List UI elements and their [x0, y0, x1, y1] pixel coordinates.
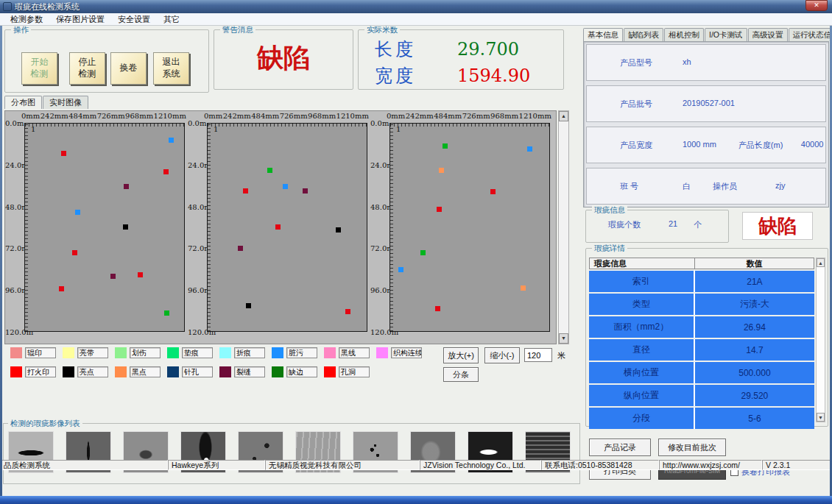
legend-item-0-1: 亮带: [63, 347, 115, 358]
x-tick-label: 726mm: [280, 112, 308, 121]
defect-detail-row-1[interactable]: 类型污渍-大: [589, 294, 814, 315]
defect-details-groupbox: 瑕疵详情 瑕疵信息 数值 索引21A类型污渍-大面积（mm2）26.94直径14…: [585, 248, 828, 427]
split-button[interactable]: 分条: [443, 367, 479, 382]
tab-view-1[interactable]: 实时图像: [43, 96, 88, 109]
defect-count-value: 21: [669, 219, 677, 230]
meter-label-0: 长度: [375, 38, 440, 61]
scale-value-input[interactable]: [524, 348, 552, 362]
scroll-down-icon[interactable]: ▼: [559, 333, 568, 344]
tab-right-4[interactable]: 高级设置: [748, 28, 788, 41]
defect-point: [303, 188, 308, 194]
main-content: 操作 开始 检测停止 检测换卷退出 系统 警告消息 缺陷 实际米数 长度29.7…: [0, 26, 832, 486]
legend-label: 孔洞: [339, 366, 370, 377]
info-pair: 产品宽度1000 mm: [620, 140, 716, 151]
x-axis-0: 0mm242mm484mm726mm968mm1210mm: [21, 112, 186, 121]
tab-view-0[interactable]: 分布图: [4, 96, 42, 109]
info-label: 班 号: [620, 181, 683, 192]
info-pair: 产品批号20190527-001: [620, 99, 735, 110]
tab-right-0[interactable]: 基本信息: [583, 28, 623, 41]
status-segment-2: 无锡精质视觉科技有限公司: [265, 460, 420, 470]
defect-point: [169, 138, 174, 143]
meter-value-0: 29.700: [457, 39, 519, 60]
defect-point: [437, 207, 442, 212]
defect-image-list-title: 检测的瑕疵影像列表: [8, 419, 82, 429]
defect-summary-groupbox: 瑕疵信息 瑕疵个数 21 个: [585, 210, 729, 243]
y-tick-label: 120.0m: [188, 328, 207, 336]
defect-detail-row-0[interactable]: 索引21A: [589, 271, 814, 292]
defect-point: [164, 310, 169, 316]
defect-point: [110, 274, 116, 279]
header-cell-value: 数值: [695, 258, 814, 269]
legend-swatch: [10, 366, 22, 377]
detail-cell-label: 直径: [589, 339, 695, 361]
op-button-1[interactable]: 停止 检测: [69, 52, 105, 85]
legend-item-1-2: 黑点: [115, 366, 167, 377]
legend-swatch: [167, 366, 179, 377]
legend-swatch: [10, 347, 22, 358]
window-title: 瑕疵在线检测系统: [15, 1, 80, 13]
meters-title: 实际米数: [364, 25, 400, 35]
op-button-0[interactable]: 开始 检测: [21, 52, 57, 85]
tab-right-1[interactable]: 缺陷列表: [624, 28, 663, 41]
menubar: 检测参数保存图片设置安全设置其它: [0, 13, 832, 26]
legend-label: 垫痕: [182, 347, 213, 358]
chart-scrollbar[interactable]: ▲ ▼: [558, 110, 569, 344]
table-scroll-up-icon[interactable]: ▲: [817, 258, 825, 267]
tab-right-3[interactable]: I/O卡测试: [705, 28, 747, 41]
info-value: 1000 mm: [683, 140, 716, 151]
scroll-up-icon[interactable]: ▲: [559, 111, 568, 121]
table-header: 瑕疵信息 数值: [589, 258, 814, 269]
y-tick-label: 0.0m: [188, 119, 207, 127]
menu-item-0[interactable]: 检测参数: [4, 13, 49, 26]
zoom-in-button[interactable]: 放大(+): [443, 347, 479, 363]
x-tick-label: 242mm: [223, 112, 251, 121]
y-tick-label: 96.0m: [370, 286, 389, 294]
table-scrollbar[interactable]: ▲ ▼: [816, 258, 825, 422]
tab-right-2[interactable]: 相机控制: [664, 28, 704, 41]
app-icon: [3, 2, 12, 11]
defect-point: [490, 189, 496, 194]
defect-detail-row-5[interactable]: 纵向位置29.520: [589, 385, 814, 406]
table-scroll-down-icon[interactable]: ▼: [817, 413, 825, 422]
menu-item-1[interactable]: 保存图片设置: [49, 13, 111, 26]
detail-cell-value: 5-6: [695, 408, 814, 429]
close-button[interactable]: ✕: [805, 0, 828, 11]
detail-cell-value: 29.520: [695, 385, 814, 406]
legend-item-0-4: 折痕: [219, 347, 272, 358]
legend-swatch: [63, 366, 74, 377]
defect-point: [439, 168, 444, 173]
product-info-row-2: 产品宽度1000 mm产品长度(m)40000: [586, 127, 826, 163]
info-label: 产品批号: [620, 99, 683, 110]
legend-label: 缺边: [286, 366, 317, 377]
menu-item-3[interactable]: 其它: [157, 13, 186, 26]
y-tick-label: 96.0m: [188, 286, 207, 294]
defect-point: [336, 227, 341, 233]
defect-detail-row-6[interactable]: 分段5-6: [589, 408, 814, 429]
defect-point: [443, 143, 448, 149]
op-button-3[interactable]: 退出 系统: [153, 52, 189, 85]
modify-batch-button[interactable]: 修改目前批次: [658, 439, 726, 456]
y-tick-label: 72.0m: [5, 244, 24, 252]
right-panel-tabs: 基本信息缺陷列表相机控制I/O卡测试高级设置运行状态信息: [583, 28, 831, 41]
defect-point: [283, 184, 288, 189]
product-record-button[interactable]: 产品记录: [589, 439, 651, 456]
defect-count-unit: 个: [694, 219, 702, 230]
zoom-out-button[interactable]: 缩小(-): [484, 347, 520, 363]
menu-item-2[interactable]: 安全设置: [111, 13, 157, 26]
tab-right-5[interactable]: 运行状态信息: [789, 28, 832, 41]
legend-item-1-0: 打火印: [10, 366, 63, 377]
defect-count-row: 瑕疵个数 21 个: [586, 219, 728, 230]
defect-detail-row-4[interactable]: 横向位置500.000: [589, 362, 814, 383]
defect-details-table: 瑕疵信息 数值 索引21A类型污渍-大面积（mm2）26.94直径14.7横向位…: [589, 258, 814, 429]
info-value: xh: [683, 57, 691, 68]
warning-title: 警告消息: [220, 25, 255, 35]
op-button-2[interactable]: 换卷: [110, 52, 147, 85]
defect-detail-row-2[interactable]: 面积（mm2）26.94: [589, 316, 814, 338]
defect-detail-row-3[interactable]: 直径14.7: [589, 339, 814, 361]
legend-label: 织构连续: [391, 347, 422, 358]
meter-row-0: 长度29.700: [375, 38, 519, 61]
defect-point: [398, 267, 403, 272]
legend-item-1-5: 缺边: [272, 366, 324, 377]
warning-groupbox: 警告消息 缺陷: [214, 29, 353, 90]
defect-point: [345, 309, 350, 314]
